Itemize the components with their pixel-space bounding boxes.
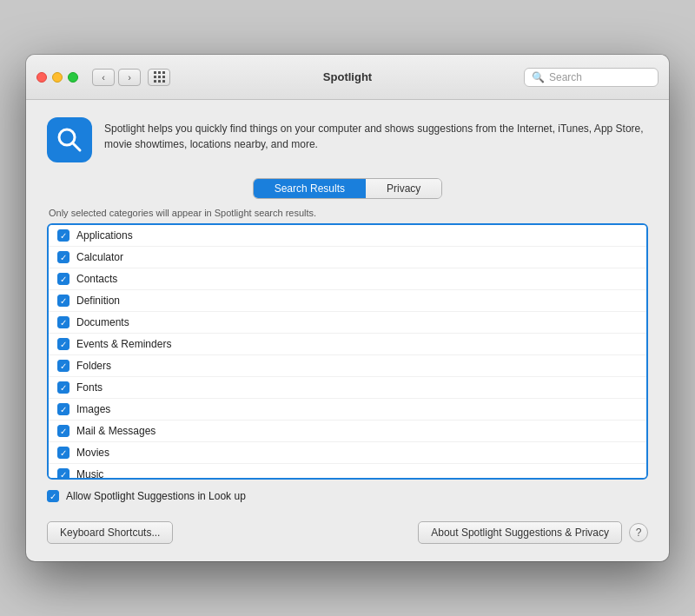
bottom-row: Keyboard Shortcuts... About Spotlight Su… xyxy=(47,518,648,544)
category-checkbox-contacts[interactable]: ✓ xyxy=(57,273,70,285)
category-label-applications: Applications xyxy=(76,229,133,242)
about-button[interactable]: About Spotlight Suggestions & Privacy xyxy=(418,521,622,544)
allow-lookup-checkbox[interactable]: ✓ xyxy=(47,490,59,502)
svg-line-1 xyxy=(73,143,81,151)
category-checkbox-mail-messages[interactable]: ✓ xyxy=(57,425,70,437)
spotlight-icon xyxy=(47,117,92,162)
category-label-music: Music xyxy=(76,468,103,480)
category-checkbox-documents[interactable]: ✓ xyxy=(57,316,70,328)
category-label-definition: Definition xyxy=(76,295,120,307)
grid-icon xyxy=(154,71,165,83)
category-checkbox-events-reminders[interactable]: ✓ xyxy=(57,338,70,350)
helper-text: Only selected categories will appear in … xyxy=(47,208,648,218)
category-checkbox-folders[interactable]: ✓ xyxy=(57,360,70,372)
list-item[interactable]: ✓Applications xyxy=(49,225,646,247)
bottom-right: About Spotlight Suggestions & Privacy ? xyxy=(418,521,648,544)
list-item[interactable]: ✓Folders xyxy=(49,355,646,377)
allow-lookup-row: ✓ Allow Spotlight Suggestions in Look up xyxy=(47,490,648,502)
back-button[interactable]: ‹ xyxy=(92,69,115,86)
list-item[interactable]: ✓Movies xyxy=(49,442,646,464)
header-row: Spotlight helps you quickly find things … xyxy=(47,117,648,162)
window-title: Spotlight xyxy=(323,70,372,83)
tabs-row: Search Results Privacy xyxy=(47,178,648,199)
category-label-contacts: Contacts xyxy=(76,273,117,285)
category-checkbox-applications[interactable]: ✓ xyxy=(57,229,70,242)
list-item[interactable]: ✓Calculator xyxy=(49,247,646,268)
minimize-button[interactable] xyxy=(52,72,63,83)
search-input[interactable]: Search xyxy=(549,71,582,83)
category-label-events-reminders: Events & Reminders xyxy=(76,338,171,350)
category-checkbox-images[interactable]: ✓ xyxy=(57,403,70,415)
category-checkbox-definition[interactable]: ✓ xyxy=(57,295,70,307)
content: Spotlight helps you quickly find things … xyxy=(26,100,669,561)
maximize-button[interactable] xyxy=(68,72,78,83)
forward-button[interactable]: › xyxy=(118,69,141,86)
category-checkbox-calculator[interactable]: ✓ xyxy=(57,251,70,263)
header-description: Spotlight helps you quickly find things … xyxy=(104,117,648,152)
search-icon: 🔍 xyxy=(532,71,545,83)
window: ‹ › Spotlight 🔍 Search Spotligh xyxy=(26,55,669,561)
grid-button[interactable] xyxy=(148,69,170,86)
help-button[interactable]: ? xyxy=(629,523,648,542)
category-label-documents: Documents xyxy=(76,316,129,328)
category-checkbox-movies[interactable]: ✓ xyxy=(57,447,70,459)
titlebar: ‹ › Spotlight 🔍 Search xyxy=(26,55,669,100)
category-label-folders: Folders xyxy=(76,360,111,372)
category-checkbox-music[interactable]: ✓ xyxy=(57,468,70,480)
category-label-images: Images xyxy=(76,403,110,415)
search-box[interactable]: 🔍 Search xyxy=(524,68,659,87)
category-label-mail-messages: Mail & Messages xyxy=(76,425,156,437)
list-item[interactable]: ✓Documents xyxy=(49,312,646,334)
list-item[interactable]: ✓Fonts xyxy=(49,377,646,399)
allow-lookup-label: Allow Spotlight Suggestions in Look up xyxy=(66,490,246,502)
category-label-movies: Movies xyxy=(76,447,109,459)
nav-buttons: ‹ › xyxy=(92,69,141,86)
category-label-fonts: Fonts xyxy=(76,381,103,394)
list-item[interactable]: ✓Music xyxy=(49,464,646,480)
tab-search-results[interactable]: Search Results xyxy=(254,179,366,198)
categories-list[interactable]: ✓Applications✓Calculator✓Contacts✓Defini… xyxy=(47,223,648,480)
tab-group: Search Results Privacy xyxy=(253,178,443,199)
list-item[interactable]: ✓Contacts xyxy=(49,268,646,290)
keyboard-shortcuts-button[interactable]: Keyboard Shortcuts... xyxy=(47,521,173,544)
list-item[interactable]: ✓Images xyxy=(49,399,646,421)
category-label-calculator: Calculator xyxy=(76,251,123,263)
category-checkbox-fonts[interactable]: ✓ xyxy=(57,381,70,394)
tab-privacy[interactable]: Privacy xyxy=(366,179,441,198)
list-item[interactable]: ✓Definition xyxy=(49,290,646,312)
close-button[interactable] xyxy=(36,72,47,83)
list-item[interactable]: ✓Events & Reminders xyxy=(49,334,646,355)
traffic-lights xyxy=(36,72,78,83)
list-item[interactable]: ✓Mail & Messages xyxy=(49,421,646,442)
